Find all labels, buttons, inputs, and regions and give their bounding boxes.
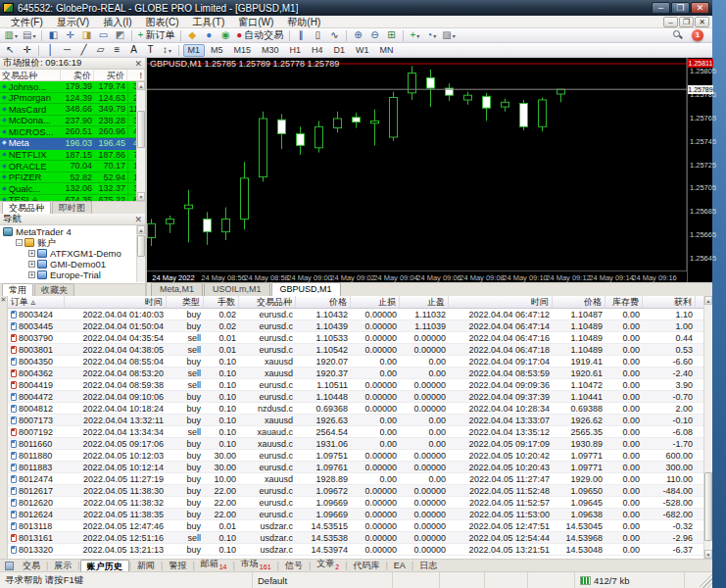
navigator-item-0[interactable]: MetaTrader 4 (0, 226, 145, 237)
order-row[interactable]: 80133202022.04.05 13:21:13buy0.10usdzar.… (8, 544, 703, 556)
terminal-tab-4[interactable]: 警报 (163, 560, 192, 571)
market-watch-row[interactable]: ◆Meta196.03196.4542 (0, 138, 145, 150)
scroll-up-icon[interactable]: ▲ (137, 225, 145, 234)
terminal-scrollbar[interactable]: ▲▼ (703, 296, 712, 559)
zoom-out-button[interactable]: ⊖ (366, 29, 382, 42)
order-row[interactable]: 80131182022.04.05 12:47:46buy0.01usdzar.… (8, 520, 703, 532)
strategy-tester-toggle[interactable]: ◩ (112, 29, 127, 42)
terminal-tab-2[interactable]: 账户历史 (80, 560, 129, 572)
chart-tab-2[interactable]: GBPUSD,M1 (271, 282, 341, 296)
order-row[interactable]: 80126172022.04.05 11:38:30buy22.00eurusd… (8, 485, 703, 497)
menu-item-0[interactable]: 文件(F) (4, 16, 50, 28)
tree-expander-icon[interactable]: + (28, 250, 35, 257)
scroll-down-icon[interactable]: ▼ (137, 192, 145, 201)
timeframe-mn-button[interactable]: MN (375, 44, 399, 57)
menu-item-5[interactable]: 窗口(W) (231, 16, 280, 28)
timeframe-m5-button[interactable]: M5 (206, 44, 228, 57)
terminal-tab-9[interactable]: 代码库 (347, 560, 385, 571)
order-row[interactable]: 80118832022.04.05 10:12:14buy30.00eurusd… (8, 462, 703, 473)
scroll-thumb[interactable] (137, 111, 145, 148)
table-header-11[interactable]: 获利 (643, 296, 696, 308)
table-header-4[interactable]: 交易品种 (239, 296, 296, 308)
table-header-7[interactable]: 止盈 (400, 296, 449, 308)
navigator-item-3[interactable]: +GMI-Demo01 (0, 259, 145, 270)
navigator-close-icon[interactable]: ✕ (134, 215, 142, 224)
order-row[interactable]: 80048122022.04.04 10:18:24buy0.10nzdusd.… (8, 403, 703, 415)
scroll-up-icon[interactable]: ▲ (704, 296, 712, 305)
order-row[interactable]: 80116602022.04.05 09:17:06buy0.10xauusd.… (8, 438, 703, 450)
chart-tab-0[interactable]: Meta,M1 (151, 282, 203, 296)
notification-badge[interactable]: 1 (692, 29, 703, 41)
market-watch-toggle[interactable]: ◧ (45, 29, 61, 42)
order-row[interactable]: 80126242022.04.05 11:38:35buy22.00eurusd… (8, 509, 703, 520)
timeframe-m30-button[interactable]: M30 (257, 44, 284, 57)
label-tool[interactable]: T (143, 44, 159, 57)
terminal-tab-0[interactable]: 交易 (17, 560, 46, 571)
zoom-in-button[interactable]: ⊕ (350, 29, 365, 42)
terminal-toggle[interactable]: ▭ (95, 29, 111, 42)
chart-restore-button[interactable]: ❐ (679, 17, 694, 27)
table-header-9[interactable]: 价格 (553, 296, 605, 308)
cursor-tool[interactable]: ↖ (3, 44, 19, 57)
order-row[interactable]: 80043502022.04.04 08:55:04buy0.10xauusd1… (8, 356, 703, 368)
timeframe-m15-button[interactable]: M15 (229, 44, 257, 57)
chart-tab-1[interactable]: USOILm,M1 (204, 282, 270, 296)
terminal-grid-icon[interactable] (5, 562, 14, 570)
order-row[interactable]: 80038012022.04.04 04:38:05sell0.01eurusd… (8, 344, 703, 356)
terminal-tab-7[interactable]: 信号 (279, 560, 309, 571)
chart-line-button[interactable]: ∿ (326, 29, 342, 42)
terminal-tab-10[interactable]: EA (388, 560, 411, 571)
table-header-8[interactable]: 时间 (449, 296, 553, 308)
market-watch-close-icon[interactable]: ✕ (134, 59, 142, 69)
tree-expander-icon[interactable]: - (16, 239, 23, 246)
table-header-3[interactable]: 手数 (204, 296, 239, 308)
resize-grip[interactable] (700, 572, 712, 588)
web-button[interactable]: ◉ (218, 29, 233, 42)
status-profile[interactable]: Default (253, 572, 393, 588)
timeframe-h1-button[interactable]: H1 (285, 44, 307, 57)
chart-plot[interactable]: GBPUSD,M1 1.25785 1.25789 1.25778 1.2578… (147, 58, 687, 270)
market-watch-row[interactable]: ◆JPmorgan124.39124.6324 (0, 93, 145, 105)
search-icon[interactable] (673, 30, 684, 41)
terminal-tab-11[interactable]: 日志 (413, 560, 443, 571)
timeframe-w1-button[interactable]: W1 (351, 44, 374, 57)
table-header-0[interactable]: 订单 ▵ (8, 296, 65, 308)
navigator-item-4[interactable]: +Europe-Trial (0, 270, 145, 280)
minimize-button[interactable]: – (652, 2, 670, 14)
data-window-toggle[interactable]: ✛ (62, 29, 77, 42)
profiles-button[interactable]: ▤▾ (21, 29, 37, 42)
maximize-button[interactable]: ❐ (671, 2, 690, 14)
vertical-line-tool[interactable]: │ (43, 44, 59, 57)
terminal-tab-3[interactable]: 新闻 (131, 560, 161, 571)
order-row[interactable]: 80118802022.04.05 10:12:03buy30.00eurusd… (8, 450, 703, 462)
text-tool[interactable]: A (126, 44, 142, 57)
chart-close-button[interactable]: ✕ (695, 17, 709, 27)
table-header-5[interactable]: 价格 (296, 296, 351, 308)
table-header-10[interactable]: 库存费 (605, 296, 643, 308)
timeframe-h4-button[interactable]: H4 (307, 44, 328, 57)
table-header-1[interactable]: 时间 (65, 296, 167, 308)
crosshair-tool[interactable]: ✛ (20, 44, 35, 57)
expert-advisors-button[interactable]: ◆ (184, 29, 200, 42)
tree-expander-icon[interactable]: + (28, 271, 35, 278)
market-watch-row[interactable]: ◆ORACLE70.0470.1713 (0, 161, 145, 172)
market-watch-scrollbar[interactable]: ▲▼ (136, 81, 145, 201)
scroll-up-icon[interactable]: ▲ (137, 81, 145, 90)
menu-item-4[interactable]: 工具(T) (185, 16, 231, 28)
autotrading-button[interactable]: ●自动交易 (234, 29, 285, 42)
table-header-2[interactable]: 类型 (167, 296, 204, 308)
market-watch-column-3[interactable]: ! (127, 70, 145, 80)
navigator-tab-1[interactable]: 收藏夹 (34, 283, 74, 296)
chart-bars-button[interactable]: ∥ (293, 29, 309, 42)
close-button[interactable]: ✕ (691, 2, 709, 14)
order-row[interactable]: 80043622022.04.04 08:53:20sell0.10xauusd… (8, 368, 703, 379)
timeframe-d1-button[interactable]: D1 (329, 44, 351, 57)
order-row[interactable]: 80044192022.04.04 08:59:38sell0.10eurusd… (8, 379, 703, 391)
order-row[interactable]: 80071732022.04.04 13:32:11buy0.10xauusd1… (8, 415, 703, 426)
scroll-thumb[interactable] (704, 472, 712, 541)
tree-expander-icon[interactable]: + (28, 261, 35, 268)
market-watch-tab-1[interactable]: 即时图 (52, 201, 92, 214)
market-watch-row[interactable]: ◆TESLA674.35675.2287 (0, 195, 145, 201)
terminal-tab-1[interactable]: 展示 (48, 560, 77, 571)
scroll-down-icon[interactable]: ▼ (704, 550, 712, 559)
